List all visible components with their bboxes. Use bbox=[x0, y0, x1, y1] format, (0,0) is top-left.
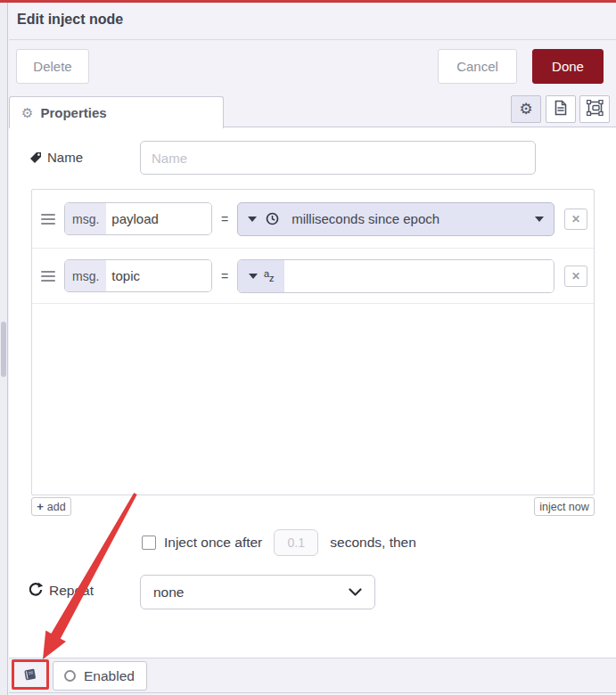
cancel-button[interactable]: Cancel bbox=[438, 49, 517, 84]
description-pane-button[interactable] bbox=[546, 95, 576, 123]
gear-icon: ⚙ bbox=[21, 106, 33, 119]
msg-prefix: msg. bbox=[65, 260, 106, 291]
tab-properties-label: Properties bbox=[40, 105, 106, 120]
enabled-label: Enabled bbox=[84, 668, 135, 684]
left-scrollbar-track bbox=[0, 3, 8, 695]
tag-icon bbox=[29, 151, 43, 168]
radio-circle-icon bbox=[64, 670, 76, 682]
delete-button[interactable]: Delete bbox=[16, 49, 89, 84]
rule-row-topic: msg. = az ✕ bbox=[32, 249, 594, 304]
topic-property-input[interactable]: msg. bbox=[64, 259, 212, 292]
payload-type-select[interactable]: milliseconds since epoch bbox=[237, 202, 554, 236]
tab-properties[interactable]: ⚙ Properties bbox=[9, 96, 224, 128]
gear-icon: ⚙ bbox=[519, 102, 532, 117]
dialog-title: Edit inject node bbox=[17, 12, 123, 28]
payload-property-value[interactable] bbox=[106, 203, 211, 234]
inject-now-button[interactable]: inject now bbox=[534, 497, 595, 516]
top-red-bar bbox=[0, 0, 616, 3]
name-label: Name bbox=[47, 150, 83, 165]
repeat-selected-value: none bbox=[153, 585, 184, 601]
repeat-icon bbox=[28, 582, 44, 601]
seconds-then-label: seconds, then bbox=[330, 535, 416, 551]
annotation-highlight-box bbox=[12, 659, 49, 690]
caret-down-icon bbox=[249, 274, 258, 279]
repeat-label: Repeat bbox=[49, 583, 94, 599]
header-divider bbox=[9, 39, 616, 40]
add-row-button[interactable]: + add bbox=[31, 497, 71, 516]
equals-sign: = bbox=[221, 212, 228, 226]
done-button[interactable]: Done bbox=[532, 49, 604, 84]
inject-once-label: Inject once after bbox=[164, 535, 262, 551]
topic-value-input[interactable] bbox=[284, 260, 554, 292]
caret-down-icon bbox=[248, 217, 257, 222]
topic-value-typedinput: az bbox=[237, 259, 554, 293]
msg-prefix: msg. bbox=[65, 203, 106, 234]
topic-property-value[interactable] bbox=[106, 260, 211, 291]
inject-once-row: Inject once after seconds, then bbox=[142, 528, 416, 557]
delay-input[interactable] bbox=[274, 529, 318, 556]
remove-row-button[interactable]: ✕ bbox=[564, 266, 587, 287]
equals-sign: = bbox=[221, 269, 228, 283]
scrollbar-thumb[interactable] bbox=[1, 322, 6, 377]
enabled-toggle-button[interactable]: Enabled bbox=[53, 661, 147, 691]
add-label: add bbox=[47, 501, 66, 513]
topic-type-select[interactable]: az bbox=[238, 260, 284, 292]
drag-handle-icon[interactable] bbox=[41, 214, 55, 225]
chevron-down-icon bbox=[349, 588, 362, 597]
appearance-icon bbox=[587, 100, 604, 119]
payload-property-input[interactable]: msg. bbox=[64, 202, 212, 235]
clock-icon bbox=[266, 212, 279, 225]
az-icon: az bbox=[264, 269, 275, 279]
remove-row-button[interactable]: ✕ bbox=[564, 208, 587, 230]
name-input[interactable] bbox=[140, 141, 536, 175]
document-icon bbox=[554, 100, 568, 119]
caret-down-icon bbox=[535, 217, 544, 222]
properties-list: msg. = milliseconds since epoch ✕ msg. = bbox=[31, 189, 595, 495]
inject-once-checkbox[interactable] bbox=[142, 536, 156, 550]
payload-type-label: milliseconds since epoch bbox=[292, 211, 439, 226]
appearance-pane-button[interactable] bbox=[579, 95, 610, 123]
plus-icon: + bbox=[37, 500, 44, 513]
book-icon bbox=[22, 667, 39, 683]
drag-handle-icon[interactable] bbox=[41, 271, 55, 282]
edit-inject-node-dialog: Edit inject node Delete Cancel Done ⚙ Pr… bbox=[0, 0, 616, 695]
repeat-select[interactable]: none bbox=[140, 575, 375, 609]
properties-pane-button[interactable]: ⚙ bbox=[511, 95, 541, 123]
docs-book-button[interactable] bbox=[14, 662, 46, 687]
rule-row-payload: msg. = milliseconds since epoch ✕ bbox=[32, 190, 594, 249]
